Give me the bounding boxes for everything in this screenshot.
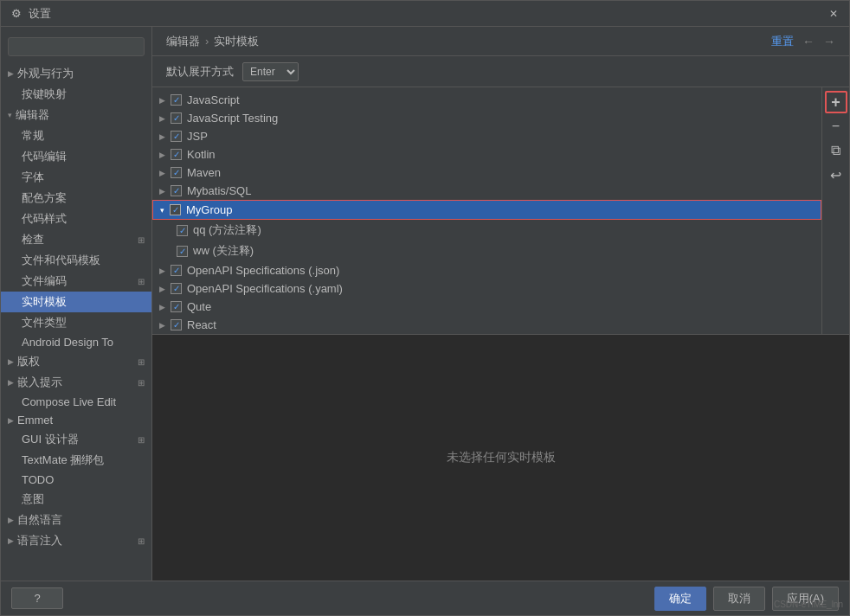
forward-button[interactable]: → (823, 35, 835, 48)
badge-icon2: ⊞ (138, 277, 145, 286)
close-button[interactable]: ✕ (827, 7, 840, 21)
sidebar-item-editor[interactable]: ▾ 编辑器 (1, 105, 151, 125)
badge-icon5: ⊞ (138, 435, 145, 445)
add-button[interactable]: + (825, 91, 847, 113)
sidebar-item-appearance[interactable]: ▶ 外观与行为 (1, 63, 151, 84)
default-open-select[interactable]: Enter Tab Space (242, 62, 299, 81)
badge-icon4: ⊞ (138, 378, 145, 388)
checkbox[interactable] (170, 204, 181, 215)
list-item[interactable]: ▶ JavaScript (152, 91, 821, 109)
checkbox[interactable] (171, 131, 182, 142)
copy-button[interactable]: ⧉ (825, 139, 847, 162)
sidebar-item-textmate[interactable]: TextMate 捆绑包 (1, 450, 151, 471)
checkbox[interactable] (171, 301, 182, 312)
sidebar-item-lang-inject[interactable]: ▶ 语言注入 ⊞ (1, 530, 151, 551)
reset-button[interactable]: 重置 (771, 34, 794, 49)
item-label: qq (方法注释) (193, 222, 261, 238)
sidebar-item-label: Emmet (17, 414, 53, 427)
list-item[interactable]: ▶ JavaScript Testing (152, 109, 821, 127)
list-item[interactable]: ▶ Qute (152, 298, 821, 316)
sidebar-item-label: 自然语言 (17, 512, 62, 528)
badge-icon6: ⊞ (138, 536, 145, 546)
sidebar-item-label: 编辑器 (16, 107, 49, 123)
checkbox[interactable] (171, 112, 182, 124)
sidebar-item-android-design[interactable]: Android Design To (1, 333, 151, 351)
checkbox[interactable] (171, 283, 182, 294)
checkbox[interactable] (171, 94, 182, 106)
item-label: Kotlin (187, 148, 216, 161)
cancel-button[interactable]: 取消 (713, 587, 765, 611)
sidebar-item-label: 检查 (22, 232, 44, 247)
sidebar-item-label: 文件和代码模板 (22, 253, 100, 268)
checkbox[interactable] (177, 225, 188, 236)
list-item[interactable]: ▶ Maven (152, 164, 821, 182)
sidebar-item-label: TextMate 捆绑包 (22, 452, 104, 468)
chevron-right-icon: ▶ (159, 114, 165, 123)
sidebar-item-general[interactable]: 常规 (1, 125, 151, 146)
sidebar-item-font[interactable]: 字体 (1, 167, 151, 188)
list-item[interactable]: ▶ Kotlin (152, 145, 821, 164)
sidebar-item-inlay-hints[interactable]: ▶ 嵌入提示 ⊞ (1, 372, 151, 393)
item-label: Mybatis/SQL (187, 184, 251, 197)
sidebar-item-file-templates[interactable]: 文件和代码模板 (1, 250, 151, 271)
sidebar-item-code-style[interactable]: 代码样式 (1, 209, 151, 229)
chevron-right-icon: ▶ (159, 303, 165, 311)
chevron-down-icon: ▾ (160, 206, 164, 215)
list-item[interactable]: ▶ OpenAPI Specifications (.json) (152, 261, 821, 279)
list-item[interactable]: qq (方法注释) (152, 220, 821, 241)
search-input[interactable] (8, 37, 145, 56)
list-and-toolbar: ▶ JavaScript ▶ JavaScript Testing (152, 87, 849, 334)
sidebar-item-inspections[interactable]: 检查 ⊞ (1, 229, 151, 250)
back-button[interactable]: ← (802, 35, 815, 48)
checkbox[interactable] (171, 149, 182, 160)
sidebar-item-file-encoding[interactable]: 文件编码 ⊞ (1, 271, 151, 292)
chevron-right-icon: ▶ (159, 169, 165, 177)
sidebar-item-label: 代码样式 (22, 211, 67, 227)
sidebar-item-color-scheme[interactable]: 配色方案 (1, 188, 151, 209)
sidebar-item-label: 字体 (22, 170, 44, 185)
sidebar-item-todo[interactable]: TODO (1, 471, 151, 489)
bottom-bar: ? 确定 取消 应用(A) (1, 581, 849, 615)
checkbox[interactable] (171, 185, 182, 196)
item-label: JavaScript Testing (187, 112, 278, 125)
sidebar-item-code-edit[interactable]: 代码编辑 (1, 146, 151, 167)
breadcrumb-current: 实时模板 (214, 34, 259, 49)
checkbox[interactable] (171, 265, 182, 276)
chevron-right-icon: ▶ (159, 132, 165, 141)
sidebar-item-compose-live-edit[interactable]: Compose Live Edit (1, 393, 151, 411)
item-label: Maven (187, 166, 221, 179)
sidebar-item-label: 文件类型 (22, 315, 67, 330)
sidebar-item-natural-lang[interactable]: ▶ 自然语言 (1, 510, 151, 530)
sidebar-item-file-types[interactable]: 文件类型 (1, 312, 151, 333)
list-item-mygroup[interactable]: ▾ MyGroup (152, 200, 821, 220)
chevron-right-icon: ▶ (159, 187, 165, 196)
item-label: MyGroup (186, 203, 232, 216)
list-item[interactable]: ▶ React (152, 316, 821, 334)
breadcrumb-actions: 重置 ← → (771, 34, 835, 49)
ok-button[interactable]: 确定 (654, 587, 706, 611)
chevron-right-icon: ▶ (159, 321, 165, 330)
remove-button[interactable]: − (825, 115, 847, 138)
restore-button[interactable]: ↩ (825, 164, 847, 186)
sidebar-item-live-templates[interactable]: 实时模板 (1, 292, 151, 312)
list-item[interactable]: ▶ OpenAPI Specifications (.yaml) (152, 279, 821, 298)
sidebar-item-copyright[interactable]: ▶ 版权 ⊞ (1, 351, 151, 372)
list-item[interactable]: ▶ JSP (152, 127, 821, 145)
sidebar-item-gui-designer[interactable]: GUI 设计器 ⊞ (1, 429, 151, 450)
sidebar-item-keymap[interactable]: 按键映射 (1, 84, 151, 105)
sidebar-item-emmet[interactable]: ▶ Emmet (1, 411, 151, 429)
chevron-right-icon: ▶ (8, 69, 14, 78)
help-button[interactable]: ? (11, 587, 63, 609)
sidebar: ▶ 外观与行为 按键映射 ▾ 编辑器 常规 代码编辑 字体 配色方案 (1, 27, 152, 581)
list-item[interactable]: ▶ Mybatis/SQL (152, 182, 821, 200)
sidebar-item-label: 实时模板 (22, 294, 67, 310)
item-label: OpenAPI Specifications (.yaml) (187, 282, 343, 295)
sidebar-item-intention[interactable]: 意图 (1, 489, 151, 510)
list-item[interactable]: ww (关注释) (152, 241, 821, 261)
checkbox[interactable] (177, 246, 188, 257)
checkbox[interactable] (171, 167, 182, 178)
sidebar-item-label: 代码编辑 (22, 149, 67, 164)
sidebar-item-label: Android Design To (22, 336, 113, 349)
chevron-right-icon2: ▶ (8, 357, 14, 366)
checkbox[interactable] (171, 319, 182, 330)
